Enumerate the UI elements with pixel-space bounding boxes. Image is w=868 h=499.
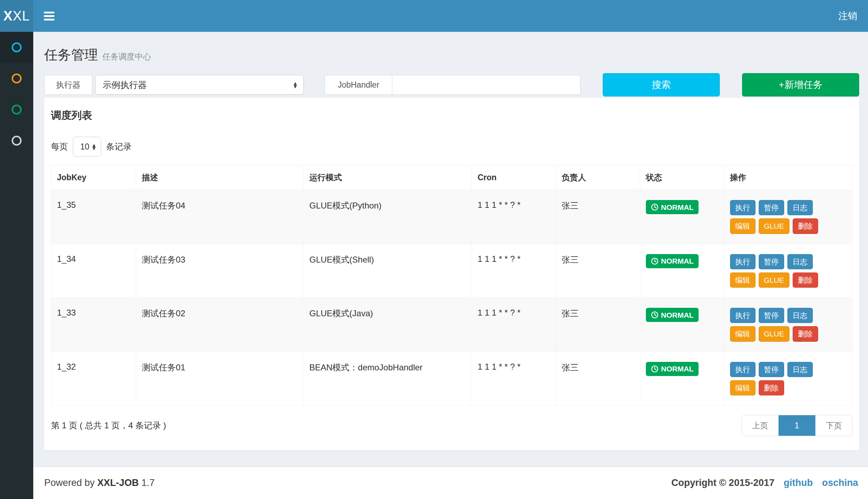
status-cell: NORMAL [640, 190, 724, 244]
clock-icon [651, 257, 659, 265]
execute-button[interactable]: 执行 [730, 200, 756, 215]
log-button[interactable]: 日志 [787, 362, 813, 377]
cron-cell: 1 1 1 * * ? * [472, 190, 556, 244]
add-job-button[interactable]: +新增任务 [742, 73, 859, 96]
log-button[interactable]: 日志 [787, 254, 813, 269]
col-owner: 负责人 [556, 165, 640, 190]
delete-button[interactable]: 删除 [793, 272, 818, 288]
clock-icon [651, 365, 659, 373]
mode-cell: GLUE模式(Shell) [303, 244, 472, 298]
col-status: 状态 [640, 165, 724, 190]
per-page-value: 10 [80, 142, 89, 152]
log-button[interactable]: 日志 [787, 308, 813, 323]
logout-link[interactable]: 注销 [828, 0, 868, 32]
content-header: 任务管理任务调度中心 [44, 32, 859, 72]
table-row: 1_34测试任务03GLUE模式(Shell)1 1 1 * * ? *张三NO… [51, 244, 852, 298]
search-button[interactable]: 搜索 [603, 73, 720, 96]
execute-button[interactable]: 执行 [730, 308, 756, 323]
pause-button[interactable]: 暂停 [759, 254, 784, 269]
pause-button[interactable]: 暂停 [759, 362, 784, 377]
updown-arrows-icon: ▲▼ [293, 82, 298, 88]
edit-button[interactable]: 编辑 [730, 380, 756, 395]
action-buttons: 执行暂停日志编辑GLUE删除 [730, 308, 823, 342]
circle-icon [12, 105, 22, 115]
footer-right: Copyright © 2015-2017 github oschina [671, 477, 858, 488]
table-row: 1_32测试任务01BEAN模式：demoJobHandler1 1 1 * *… [51, 352, 852, 406]
jobkey-cell: 1_35 [51, 190, 136, 244]
github-link[interactable]: github [784, 477, 813, 488]
actions-cell: 执行暂停日志编辑GLUE删除 [724, 298, 852, 352]
sidebar-item-menu-2[interactable] [0, 63, 33, 94]
pagination-summary: 第 1 页 ( 总共 1 页，4 条记录 ) [51, 420, 166, 431]
sidebar-item-menu-3[interactable] [0, 94, 33, 125]
owner-cell: 张三 [556, 298, 640, 352]
current-page-button[interactable]: 1 [779, 415, 815, 436]
top-navbar: XXL 注销 [0, 0, 868, 32]
updown-arrows-icon: ▲▼ [91, 143, 97, 150]
executor-select[interactable]: 示例执行器 ▲▼ [95, 75, 304, 95]
col-cron: Cron [472, 165, 556, 190]
action-buttons: 执行暂停日志编辑删除 [730, 362, 823, 396]
per-page-control: 每页 10 ▲▼ 条记录 [51, 137, 852, 157]
desc-cell: 测试任务03 [136, 244, 303, 298]
desc-cell: 测试任务02 [136, 298, 303, 352]
content-area: 任务管理任务调度中心 执行器 示例执行器 ▲▼ JobHandler 搜 [33, 32, 868, 466]
glue-button[interactable]: GLUE [759, 272, 789, 288]
circle-icon [12, 42, 22, 52]
table-row: 1_35测试任务04GLUE模式(Python)1 1 1 * * ? *张三N… [51, 190, 852, 244]
cron-cell: 1 1 1 * * ? * [472, 298, 556, 352]
job-table: JobKey 描述 运行模式 Cron 负责人 状态 操作 1_35测试任务04… [51, 165, 852, 406]
filter-row: 执行器 示例执行器 ▲▼ JobHandler 搜索 +新增任务 [44, 72, 859, 97]
body-row: 任务管理任务调度中心 执行器 示例执行器 ▲▼ JobHandler 搜 [0, 32, 868, 499]
log-button[interactable]: 日志 [787, 200, 813, 215]
copyright-text: Copyright © 2015-2017 [671, 477, 775, 488]
cron-cell: 1 1 1 * * ? * [472, 244, 556, 298]
jobhandler-input[interactable] [392, 75, 580, 95]
execute-button[interactable]: 执行 [730, 254, 756, 269]
col-mode: 运行模式 [303, 165, 472, 190]
action-buttons: 执行暂停日志编辑GLUE删除 [730, 200, 823, 234]
logo-text-bold: X [4, 8, 13, 24]
jobkey-cell: 1_33 [51, 298, 136, 352]
app-logo: XXL [0, 0, 33, 32]
delete-button[interactable]: 删除 [793, 326, 818, 341]
delete-button[interactable]: 删除 [793, 218, 818, 234]
desc-cell: 测试任务01 [136, 352, 303, 406]
executor-select-value: 示例执行器 [103, 79, 147, 91]
delete-button[interactable]: 删除 [759, 380, 784, 395]
table-header-row: JobKey 描述 运行模式 Cron 负责人 状态 操作 [51, 165, 852, 190]
oschina-link[interactable]: oschina [822, 477, 858, 488]
prev-page-button[interactable]: 上页 [742, 415, 779, 436]
page-title: 任务管理 [44, 47, 98, 62]
desc-cell: 测试任务04 [136, 190, 303, 244]
per-page-select[interactable]: 10 ▲▼ [73, 137, 101, 157]
next-page-button[interactable]: 下页 [815, 415, 852, 436]
circle-icon [12, 136, 22, 146]
edit-button[interactable]: 编辑 [730, 326, 756, 341]
edit-button[interactable]: 编辑 [730, 272, 756, 288]
sidebar-item-menu-1[interactable] [0, 32, 33, 63]
jobkey-cell: 1_32 [51, 352, 136, 406]
status-cell: NORMAL [640, 352, 724, 406]
mode-cell: GLUE模式(Java) [303, 298, 472, 352]
pause-button[interactable]: 暂停 [759, 308, 784, 323]
owner-cell: 张三 [556, 244, 640, 298]
sidebar-item-menu-4[interactable] [0, 125, 33, 156]
pagination-row: 第 1 页 ( 总共 1 页，4 条记录 ) 上页 1 下页 [51, 415, 852, 436]
glue-button[interactable]: GLUE [759, 218, 789, 234]
execute-button[interactable]: 执行 [730, 362, 756, 377]
per-page-prefix: 每页 [51, 141, 68, 152]
schedule-list-panel: 调度列表 每页 10 ▲▼ 条记录 [44, 98, 859, 450]
status-badge: NORMAL [646, 200, 699, 214]
executor-label: 执行器 [44, 75, 92, 95]
glue-button[interactable]: GLUE [759, 326, 789, 341]
actions-cell: 执行暂停日志编辑GLUE删除 [724, 244, 852, 298]
brand-text: XXL-JOB [97, 477, 139, 488]
sidebar-toggle-button[interactable] [33, 0, 65, 32]
edit-button[interactable]: 编辑 [730, 218, 756, 234]
jobkey-cell: 1_34 [51, 244, 136, 298]
clock-icon [651, 203, 659, 211]
panel-title: 调度列表 [51, 108, 852, 123]
job-table-body: 1_35测试任务04GLUE模式(Python)1 1 1 * * ? *张三N… [51, 190, 852, 406]
pause-button[interactable]: 暂停 [759, 200, 784, 215]
